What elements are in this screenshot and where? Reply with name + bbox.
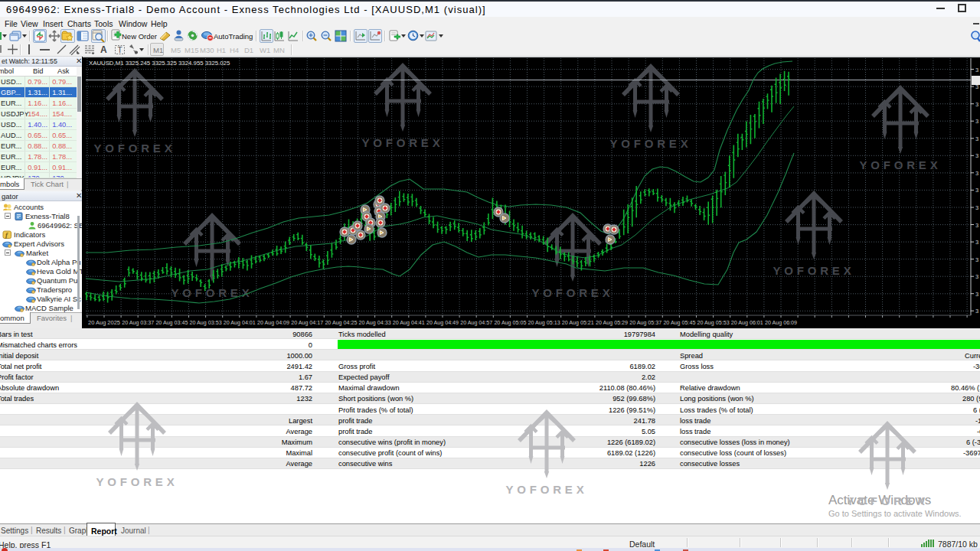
svg-text:20 Aug 04:01: 20 Aug 04:01	[224, 319, 256, 326]
svg-text:3: 3	[975, 291, 978, 298]
svg-text:20 Aug 04:25: 20 Aug 04:25	[325, 319, 357, 326]
svg-text:20 Aug 05:29: 20 Aug 05:29	[596, 319, 628, 326]
svg-text:3: 3	[975, 118, 978, 125]
svg-text:3: 3	[975, 187, 978, 194]
svg-text:20 Aug 05:45: 20 Aug 05:45	[663, 319, 695, 326]
svg-text:3: 3	[975, 170, 978, 177]
svg-text:YOFOREX: YOFOREX	[532, 286, 614, 299]
svg-text:20 Aug 04:49: 20 Aug 04:49	[426, 319, 459, 326]
svg-text:20 Aug 04:09: 20 Aug 04:09	[257, 319, 289, 326]
svg-text:20 Aug 06:01: 20 Aug 06:01	[731, 319, 763, 326]
svg-text:YOFOREX: YOFOREX	[860, 158, 942, 171]
svg-text:3: 3	[975, 308, 978, 315]
svg-text:YOFOREX: YOFOREX	[610, 137, 692, 150]
svg-text:20 Aug 05:13: 20 Aug 05:13	[528, 319, 560, 326]
svg-text:20 Aug 05:05: 20 Aug 05:05	[494, 319, 526, 326]
svg-text:YOFOREX: YOFOREX	[96, 475, 178, 488]
svg-text:3: 3	[975, 239, 978, 246]
svg-text:20 Aug 05:21: 20 Aug 05:21	[562, 319, 594, 326]
svg-text:20 Aug 05:53: 20 Aug 05:53	[697, 319, 730, 326]
svg-text:YOFOREX: YOFOREX	[773, 264, 855, 277]
svg-text:YOFOREX: YOFOREX	[506, 483, 588, 496]
svg-text:YOFOREX: YOFOREX	[172, 286, 253, 299]
svg-text:3: 3	[975, 152, 978, 159]
svg-text:20 Aug 04:41: 20 Aug 04:41	[393, 319, 425, 326]
svg-text:3: 3	[975, 67, 978, 73]
svg-text:YOFOREX: YOFOREX	[94, 142, 176, 155]
svg-text:T: T	[118, 46, 122, 54]
svg-text:20 Aug 06:09: 20 Aug 06:09	[765, 319, 797, 326]
svg-text:20 Aug 2025: 20 Aug 2025	[88, 319, 121, 326]
svg-text:3: 3	[975, 101, 978, 108]
svg-text:XAUUSD,M1 3325.245 3325.325 3: XAUUSD,M1 3325.245 3325.325 3324.955 332…	[89, 60, 230, 67]
svg-text:20 Aug 04:57: 20 Aug 04:57	[460, 319, 492, 326]
svg-text:20 Aug 03:37: 20 Aug 03:37	[122, 319, 154, 326]
svg-text:20 Aug 05:37: 20 Aug 05:37	[629, 319, 662, 326]
svg-text:20 Aug 03:45: 20 Aug 03:45	[155, 319, 188, 326]
svg-text:3: 3	[975, 256, 978, 263]
svg-text:3: 3	[975, 135, 978, 142]
svg-text:3: 3	[975, 222, 978, 229]
svg-text:YOFOREX: YOFOREX	[362, 136, 444, 149]
svg-text:3: 3	[975, 204, 978, 211]
svg-text:3: 3	[975, 273, 978, 280]
svg-text:20 Aug 04:17: 20 Aug 04:17	[291, 319, 323, 326]
svg-text:20 Aug 03:53: 20 Aug 03:53	[190, 319, 222, 326]
svg-text:YOFOREX: YOFOREX	[847, 494, 929, 507]
svg-text:20 Aug 04:33: 20 Aug 04:33	[359, 319, 391, 326]
